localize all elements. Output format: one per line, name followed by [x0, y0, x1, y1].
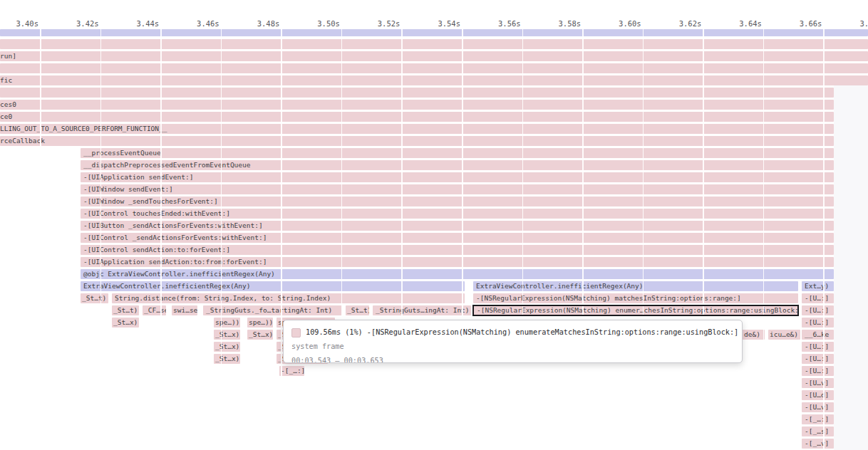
flame-segment[interactable]: run]: [0, 51, 868, 61]
flame-segment[interactable]: -[UIControl touchesEnded:withEvent:]: [81, 209, 834, 219]
flame-segment[interactable]: -[U…v]: [802, 402, 834, 412]
time-tick: 3.58s: [538, 18, 581, 29]
gridline: [401, 29, 403, 450]
time-tick: 3.64s: [719, 18, 762, 29]
flame-segment[interactable]: -[U…v]: [802, 378, 834, 388]
flame-segment[interactable]: -[_…:]: [279, 366, 304, 376]
flame-segment[interactable]: -[U…:]: [802, 305, 834, 315]
gridline: [643, 29, 644, 450]
flame-segment[interactable]: -[UIWindow sendEvent:]: [81, 184, 834, 194]
gridline: [100, 29, 102, 450]
flame-segment[interactable]: LLING_OUT_TO_A_SOURCE0_PERFORM_FUNCTION_…: [0, 124, 834, 134]
time-tick: 3.48s: [237, 18, 279, 29]
tooltip: 109.56ms (1%) -[NSRegularExpression(NSMa…: [283, 320, 743, 363]
time-tick: 3.46s: [177, 18, 219, 29]
flame-segment[interactable]: __processEventQueue: [81, 148, 834, 158]
flame-segment[interactable]: de&): [742, 330, 765, 340]
flame-segment[interactable]: [0, 39, 868, 49]
flame-segment[interactable]: -[U…d]: [802, 390, 834, 400]
time-tick: 3.60s: [599, 18, 641, 29]
time-tick: 3.42s: [56, 18, 99, 29]
tooltip-title-row: 109.56ms (1%) -[NSRegularExpression(NSMa…: [291, 325, 734, 340]
flame-segment[interactable]: -[UIApplication sendEvent:]: [81, 172, 834, 182]
flame-segment[interactable]: ce0: [0, 112, 834, 122]
flame-segment[interactable]: rceCallback: [0, 136, 834, 146]
flame-segment[interactable]: [0, 88, 834, 98]
flame-segment[interactable]: -[_…v]: [802, 439, 834, 449]
tooltip-time-range: 00:03.543 — 00:03.653: [291, 354, 734, 363]
flame-segment[interactable]: _St…x): [247, 330, 273, 340]
flame-segment[interactable]: ces0: [0, 100, 834, 110]
flame-segment[interactable]: _St…t): [112, 305, 139, 315]
tooltip-title: 109.56ms (1%) -[NSRegularExpression(NSMa…: [306, 325, 738, 340]
flame-segment[interactable]: -[U…:]: [802, 318, 834, 328]
flame-segment[interactable]: icu…e&): [768, 330, 800, 340]
time-tick: 3.40s: [0, 18, 38, 29]
flame-segment[interactable]: fic: [0, 75, 868, 85]
gridline: [281, 29, 282, 450]
category-swatch-icon: [291, 328, 301, 338]
gridline: [763, 29, 765, 450]
flame-segment[interactable]: __dispatchPreprocessedEventFromEventQueu…: [81, 160, 834, 170]
time-tick: 3.50s: [297, 18, 340, 29]
flame-segment[interactable]: -[UIControl _sendActionsForEvents:withEv…: [81, 233, 834, 243]
flame-segment[interactable]: -[UIButton _sendActionsForEvents:withEve…: [81, 221, 834, 231]
time-tick: 3.54s: [418, 18, 460, 29]
flame-segment[interactable]: __6…ke: [802, 330, 834, 340]
time-tick: 3.68s: [839, 18, 868, 29]
flame-segment[interactable]: _StringGuts…ingAt: Int): [373, 305, 471, 315]
time-tick: 3.62s: [658, 18, 701, 29]
time-tick: 3.66s: [779, 18, 822, 29]
flame-segment[interactable]: _CF…se: [143, 305, 166, 315]
time-tick: 3.56s: [478, 18, 521, 29]
gridline: [341, 29, 343, 450]
flame-segment[interactable]: -[UIWindow _sendTouchesForEvent:]: [81, 197, 834, 206]
flame-chart: run]ficces0ce0LLING_OUT_TO_A_SOURCE0_PER…: [0, 0, 868, 450]
flame-segment[interactable]: -[U…:]: [802, 366, 834, 376]
flame-segment[interactable]: _St…t): [81, 293, 108, 303]
flame-segment[interactable]: spe…)): [247, 318, 273, 328]
flame-segment[interactable]: _St…x): [214, 342, 240, 352]
gridline: [522, 29, 524, 450]
gridline: [462, 29, 463, 450]
time-tick: 3.44s: [116, 18, 159, 29]
flame-segment[interactable]: String.distance(from: String.Index, to: …: [112, 293, 465, 303]
gridline: [582, 29, 584, 450]
flame-segment[interactable]: Ext…y): [802, 281, 834, 291]
flame-segment[interactable]: [0, 63, 868, 73]
flame-segment[interactable]: [0, 29, 868, 36]
flame-segment[interactable]: spe…)): [214, 318, 240, 328]
flame-segment[interactable]: -[U…:]: [802, 293, 834, 303]
gridline: [40, 29, 41, 450]
flame-segment[interactable]: @objc ExtraViewController.inefficientReg…: [81, 269, 834, 279]
flame-segment[interactable]: _StringGuts._fo…tartingAt: Int): [203, 305, 342, 315]
flame-segment[interactable]: ExtraViewController.inefficientRegex(Any…: [81, 281, 465, 291]
flame-segment[interactable]: _St…t): [346, 305, 369, 315]
flame-segment[interactable]: -[UIApplication sendAction:to:from:forEv…: [81, 257, 834, 267]
chart-background: [834, 85, 868, 450]
gridline: [160, 29, 162, 450]
flame-segment[interactable]: swi…se: [172, 305, 197, 315]
tooltip-category: system frame: [291, 340, 734, 354]
flame-segment[interactable]: -[UIControl sendAction:to:forEvent:]: [81, 245, 834, 255]
flame-segment[interactable]: -[U…:]: [802, 354, 834, 364]
flame-segment[interactable]: -[U…:]: [802, 342, 834, 352]
gridline: [221, 29, 222, 450]
flame-segment[interactable]: _St…x): [214, 354, 240, 364]
flame-segment[interactable]: -[_…s]: [802, 427, 834, 436]
selection-outline: [472, 305, 799, 316]
flame-segment[interactable]: _St…x): [214, 330, 240, 340]
flame-segment[interactable]: _St…x): [112, 318, 139, 328]
flame-segment[interactable]: -[_…:]: [802, 414, 834, 424]
gridline: [823, 29, 825, 450]
time-tick: 3.52s: [357, 18, 400, 29]
gridline: [703, 29, 704, 450]
